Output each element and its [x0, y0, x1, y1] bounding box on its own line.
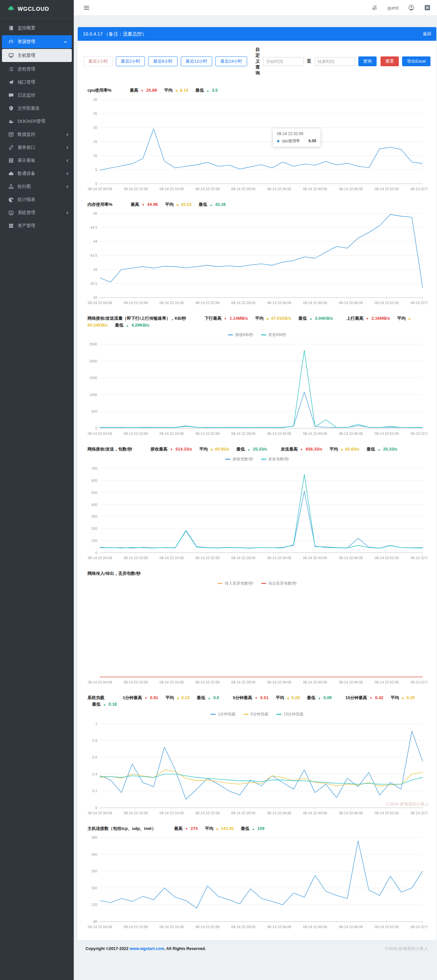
sidebar-item-label: 服务接口	[18, 145, 35, 150]
sidebar-item-label: 进程管理	[18, 66, 35, 72]
svg-text:08-14 22:04:58: 08-14 22:04:58	[88, 301, 112, 305]
chart-legend: 传入丢弃包数/秒传出丢弃包数/秒	[83, 581, 431, 586]
tooltip-series-name: cpu使用率	[282, 138, 300, 144]
svg-text:300: 300	[91, 514, 97, 519]
sidebar-item-overview[interactable]: 监控概要	[0, 22, 74, 35]
sidebar-item-hosts[interactable]: 主机管理	[2, 49, 72, 62]
legend-item[interactable]: 5分钟负载	[244, 711, 269, 717]
svg-text:20: 20	[93, 126, 97, 129]
stat-value: 0.09	[324, 695, 332, 700]
stat-caret-icon: ▲	[208, 697, 211, 700]
reset-button[interactable]: 重置	[381, 56, 399, 66]
svg-text:08-14 22:58:06: 08-14 22:58:06	[411, 680, 427, 684]
range-button-4[interactable]: 最近12小时	[181, 56, 212, 66]
brand[interactable]: WGCLOUD	[0, 0, 74, 18]
stat-caret-icon: ▼	[142, 203, 145, 207]
sidebar-item-resources[interactable]: 资源管理	[2, 35, 72, 48]
svg-text:80: 80	[93, 920, 97, 924]
sidebar-item-reports[interactable]: 统计报表	[0, 193, 74, 206]
shield-icon	[8, 106, 14, 111]
stat-caret-icon: ▼	[170, 448, 173, 451]
export-excel-button[interactable]: 导出Excel	[402, 56, 431, 66]
legend-item[interactable]: 15分钟负载	[276, 711, 303, 717]
stat-caret-icon: ▲	[378, 448, 381, 451]
svg-text:08-14 22:40:06: 08-14 22:40:06	[303, 811, 327, 815]
stat-label: 5分钟最高 ▼	[233, 695, 258, 700]
stat-value: 1.14MB/s	[230, 316, 248, 321]
stat-value: 47.01KB/s	[271, 316, 291, 321]
range-button-3[interactable]: 最近6小时	[148, 56, 177, 66]
legend-item[interactable]: 发送包数/秒	[261, 457, 289, 462]
username-label[interactable]: guest	[388, 5, 399, 10]
sidebar-item-file-guard[interactable]: 文件防篡改	[0, 102, 74, 115]
legend-item[interactable]: 传出丢弃包数/秒	[261, 581, 297, 586]
series-接收KB/秒	[100, 392, 423, 428]
chart-plot-net-drops[interactable]: 08-14 22:04:5808-14 22:10:5808-14 22:16:…	[83, 589, 431, 686]
chart-plot-connections[interactable]: 2802402001601208008-14 22:04:5808-14 22:…	[83, 834, 431, 931]
y-axis: 4544.54443.54342.542	[90, 212, 423, 299]
chart-plot-net-traffic[interactable]: 2500200015001000500008-14 22:04:5808-14 …	[83, 340, 431, 438]
stat-caret-icon: ▼	[300, 448, 303, 451]
legend-item[interactable]: 接收包数/秒	[225, 457, 253, 462]
end-time-input[interactable]	[314, 57, 355, 66]
svg-text:08-14 22:46:06: 08-14 22:46:06	[339, 556, 363, 560]
x-axis: 08-14 22:04:5808-14 22:10:5808-14 22:16:…	[88, 298, 427, 305]
svg-text:100: 100	[91, 539, 97, 542]
legend-item[interactable]: 发送KB/秒	[261, 332, 286, 338]
send-icon	[8, 80, 14, 85]
legend-item[interactable]: 1分钟负载	[211, 711, 236, 717]
chart-block-net-packets: 网络接收/发送，包数/秒接收最高 ▼514.33/s平均 ◀60.95/s最低 …	[83, 447, 431, 562]
svg-text:0: 0	[95, 426, 97, 430]
sidebar-item-topology[interactable]: 拓扑图	[0, 180, 74, 193]
stat-label: 最低 ▲	[199, 202, 213, 207]
back-link[interactable]: 返回	[423, 31, 431, 37]
bell-slash-icon[interactable]	[372, 5, 378, 11]
range-button-2[interactable]: 最近2小时	[116, 56, 145, 66]
user-avatar-icon[interactable]	[408, 5, 415, 11]
chart-plot-memory[interactable]: 4544.54443.54342.54208-14 22:04:5808-14 …	[83, 210, 431, 307]
stat-label: 平均 ◀	[255, 316, 269, 321]
range-button-5[interactable]: 最近24小时	[215, 56, 247, 66]
sidebar-item-system[interactable]: 系统管理	[0, 206, 74, 219]
sidebar-item-service-api[interactable]: 服务接口	[0, 141, 74, 154]
chart-plot-load[interactable]: 10.80.60.40.2008-14 22:04:5808-14 22:10:…	[83, 720, 431, 817]
svg-text:08-14 22:46:06: 08-14 22:46:06	[339, 811, 363, 815]
sidebar-item-ports[interactable]: 端口管理	[0, 76, 74, 89]
comment-icon	[8, 93, 14, 98]
stat-caret-icon: ▼	[224, 317, 227, 320]
query-button[interactable]: 查询	[358, 56, 376, 66]
svg-text:08-14 22:34:06: 08-14 22:34:06	[267, 925, 291, 929]
csdn-watermark: CSDN @海底的小鱼人	[385, 946, 428, 951]
start-time-input[interactable]	[263, 57, 303, 66]
svg-text:08-14 22:58:06: 08-14 22:58:06	[411, 811, 427, 815]
legend-item[interactable]: 传入丢弃包数/秒	[217, 581, 253, 586]
series-cpu使用率	[100, 129, 423, 170]
sidebar-item-label: 端口管理	[18, 79, 35, 85]
sidebar-item-docker[interactable]: DOCKER管理	[0, 115, 74, 128]
svg-text:42.5: 42.5	[90, 282, 97, 285]
chevron-left-icon	[65, 133, 69, 136]
sidebar-item-label: 统计报表	[18, 197, 35, 203]
svg-text:08-14 22:34:06: 08-14 22:34:06	[267, 432, 291, 436]
sidebar-item-network-devices[interactable]: 数通设备	[0, 167, 74, 180]
stat-caret-icon: ◀	[216, 827, 218, 830]
sidebar-item-assets[interactable]: 资产管理	[0, 219, 74, 232]
stat-caret-icon: ◀	[266, 317, 268, 320]
svg-text:200: 200	[91, 527, 97, 530]
range-button-1[interactable]: 最近1小时	[83, 56, 113, 66]
sidebar-item-label: 文件防篡改	[18, 105, 40, 111]
sidebar-item-processes[interactable]: 进程管理	[0, 63, 74, 76]
sidebar-item-display-board[interactable]: 展示看板	[0, 154, 74, 167]
chart-plot-net-packets[interactable]: 700600500400300200100008-14 22:04:5808-1…	[83, 465, 431, 562]
wgstart-link[interactable]: www.wgstart.com	[129, 947, 164, 951]
legend-item[interactable]: 接收KB/秒	[228, 332, 253, 338]
svg-text:08-14 22:10:58: 08-14 22:10:58	[124, 811, 148, 815]
menu-toggle-icon[interactable]	[83, 6, 89, 10]
sidebar-item-logs[interactable]: 日志监控	[0, 89, 74, 102]
chart-plot-cpu[interactable]: 30252015105008-14 22:04:5808-14 22:10:58…	[83, 95, 431, 193]
legend-marker-icon	[276, 714, 282, 715]
logout-icon[interactable]	[424, 5, 431, 11]
stat-caret-icon: ◀	[176, 203, 178, 207]
sidebar-menu: 监控概要资源管理主机管理进程管理端口管理日志监控文件防篡改DOCKER管理数据监…	[0, 18, 74, 232]
sidebar-item-data-monitor[interactable]: 数据监控	[0, 128, 74, 141]
